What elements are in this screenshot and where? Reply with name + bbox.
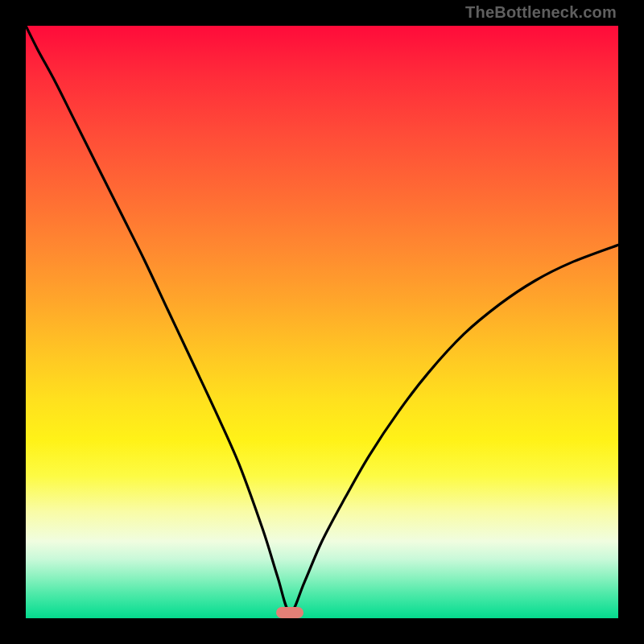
optimum-marker bbox=[276, 607, 303, 618]
chart-frame: TheBottleneck.com bbox=[0, 0, 644, 644]
plot-background bbox=[26, 26, 618, 618]
watermark-text: TheBottleneck.com bbox=[465, 3, 617, 22]
